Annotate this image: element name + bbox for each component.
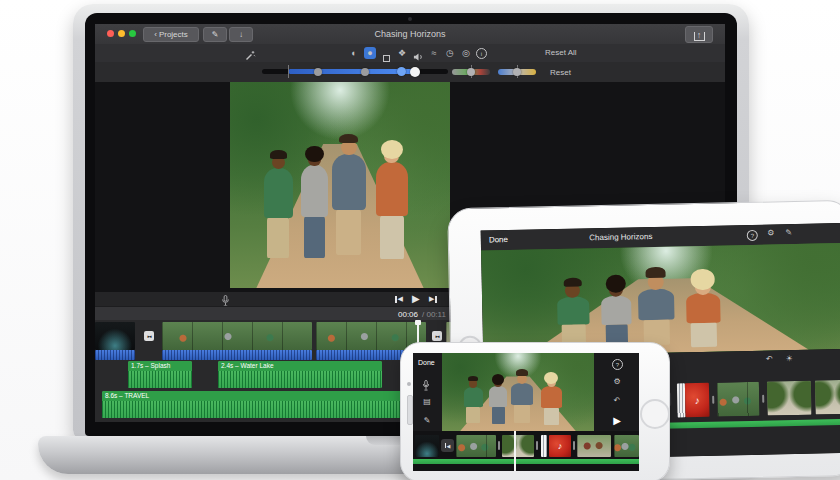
speaker-icon bbox=[413, 52, 424, 62]
help-button[interactable]: ? bbox=[747, 230, 758, 241]
transition-badge-1[interactable]: ▸◂ bbox=[144, 331, 154, 341]
clip-filter-button[interactable]: ◎ bbox=[460, 47, 472, 59]
clip-divider-1[interactable] bbox=[712, 396, 714, 404]
person-figure-4 bbox=[685, 269, 722, 349]
shadows-slider-handle[interactable] bbox=[314, 68, 322, 76]
music-note-icon: ♪ bbox=[695, 395, 700, 406]
facetime-camera-dot bbox=[408, 17, 412, 21]
color-multislider-origin-tick bbox=[288, 65, 289, 78]
iphone-clip-ride[interactable] bbox=[577, 435, 611, 457]
appearance-button[interactable]: ☀ bbox=[783, 354, 795, 363]
iphone-playhead[interactable] bbox=[514, 431, 516, 471]
info-icon: i bbox=[476, 48, 487, 59]
video-clip-friends-1[interactable] bbox=[162, 322, 312, 350]
iphone-left-toolbar: Done ▤ ✎ bbox=[413, 353, 442, 431]
person-figure-2 bbox=[300, 146, 329, 282]
play-button[interactable]: ▶ bbox=[610, 415, 624, 426]
sound-effect-clip-splash[interactable]: 1.7s – Splash bbox=[128, 361, 192, 388]
sound-effect-clip-water-lake[interactable]: 2.4s – Water Lake bbox=[218, 361, 382, 388]
undo-button[interactable]: ↶ bbox=[610, 396, 624, 405]
done-button[interactable]: Done bbox=[418, 359, 435, 366]
chevron-left-icon: ‹ bbox=[154, 30, 157, 39]
share-button[interactable]: ↑ bbox=[685, 26, 713, 43]
ipad-music-track[interactable] bbox=[649, 419, 840, 429]
highlights-slider-handle[interactable] bbox=[410, 67, 420, 77]
audio-waveform-cave bbox=[95, 350, 135, 360]
play-icon: ▶ bbox=[412, 293, 420, 304]
ipad-clip-road-2[interactable] bbox=[815, 380, 840, 415]
person-figure-3 bbox=[637, 267, 676, 350]
next-frame-icon: ▶ bbox=[429, 295, 434, 303]
iphone-clip-friends-2[interactable] bbox=[614, 435, 639, 457]
midtones-slider-handle[interactable] bbox=[361, 68, 369, 76]
iphone-music-track[interactable] bbox=[413, 459, 639, 464]
brightness-slider-handle[interactable] bbox=[397, 67, 406, 76]
back-to-projects-button[interactable]: ‹ Projects bbox=[143, 27, 199, 42]
color-balance-button[interactable]: ◐ bbox=[348, 47, 360, 59]
clip-divider-2[interactable] bbox=[536, 441, 538, 450]
time-current: 00:06 bbox=[398, 310, 418, 319]
reset-all-button[interactable]: Reset All bbox=[545, 48, 577, 57]
green-waveform bbox=[218, 371, 382, 388]
edit-tools-button[interactable]: ✎ bbox=[203, 27, 227, 42]
clip-divider-1[interactable] bbox=[498, 441, 500, 450]
download-button[interactable]: ↓ bbox=[229, 27, 253, 42]
magic-wand-icon bbox=[245, 50, 256, 61]
media-browser-button[interactable]: ▤ bbox=[420, 397, 434, 406]
speed-button[interactable]: ◷ bbox=[444, 47, 456, 59]
microphone-icon bbox=[422, 380, 430, 391]
help-icon: ? bbox=[747, 230, 758, 241]
noise-reduction-button[interactable]: ≈ bbox=[428, 47, 440, 59]
edit-pencil-icon: ✎ bbox=[212, 30, 219, 39]
person-figure-4 bbox=[375, 140, 408, 282]
video-clip-cave[interactable] bbox=[95, 322, 135, 350]
ipad-clip-friends[interactable] bbox=[717, 382, 760, 417]
projects-label: Projects bbox=[159, 30, 188, 39]
share-icon: ↑ bbox=[694, 32, 705, 41]
clip-divider-3[interactable] bbox=[573, 441, 575, 450]
project-title: Chasing Horizons bbox=[295, 29, 525, 39]
done-button[interactable]: Done bbox=[489, 235, 508, 244]
audio-clip-edge[interactable] bbox=[541, 435, 547, 457]
reset-button[interactable]: Reset bbox=[550, 68, 571, 77]
album-art-clip[interactable]: ♪ bbox=[549, 435, 571, 457]
settings-button[interactable]: ⚙ bbox=[765, 228, 777, 237]
hero-canvas: ‹ Projects ✎ ↓ Chasing Horizons ↑ ◐ bbox=[0, 0, 840, 480]
color-correction-button-selected[interactable]: ● bbox=[364, 47, 376, 59]
skip-to-start-button[interactable]: ◀ bbox=[441, 439, 454, 452]
iphone-clip-road[interactable] bbox=[502, 435, 534, 457]
time-total: / 00:11 bbox=[422, 310, 446, 319]
previous-frame-button[interactable]: ◀ bbox=[395, 295, 403, 303]
ipad-viewer-photo bbox=[481, 243, 840, 357]
help-button[interactable]: ? bbox=[612, 359, 623, 370]
close-window-button[interactable] bbox=[107, 30, 114, 37]
settings-button[interactable]: ⚙ bbox=[610, 377, 624, 386]
person-figure-1 bbox=[263, 150, 294, 282]
temperature-slider-handle[interactable] bbox=[513, 68, 521, 76]
transition-badge-2[interactable]: ▸◂ bbox=[432, 331, 442, 341]
project-settings-button[interactable]: ✎ bbox=[420, 416, 434, 425]
iphone-right-toolbar: ? ⚙ ↶ ▶ bbox=[594, 353, 639, 431]
stabilization-button[interactable]: ❖ bbox=[396, 47, 408, 59]
color-board: Reset bbox=[95, 62, 725, 83]
play-button[interactable]: ▶ bbox=[412, 293, 420, 304]
color-multislider-fill bbox=[288, 69, 415, 74]
album-art-clip[interactable]: ♪ bbox=[685, 383, 710, 417]
voiceover-mic-button[interactable] bbox=[422, 377, 430, 395]
project-settings-button[interactable]: ✎ bbox=[783, 228, 795, 237]
ipad-clip-road[interactable] bbox=[767, 381, 812, 416]
download-arrow-icon: ↓ bbox=[239, 30, 243, 39]
iphone-clip-dark[interactable] bbox=[415, 435, 439, 457]
person-figure-2 bbox=[489, 374, 507, 429]
minimize-window-button[interactable] bbox=[118, 30, 125, 37]
person-figure-2 bbox=[600, 274, 633, 351]
next-frame-button[interactable]: ▶ bbox=[429, 295, 437, 303]
iphone-clip-friends[interactable] bbox=[456, 435, 496, 457]
zoom-window-button[interactable] bbox=[129, 30, 136, 37]
green-waveform bbox=[128, 371, 192, 388]
iphone-home-button[interactable] bbox=[640, 399, 670, 429]
clip-divider-2[interactable] bbox=[762, 395, 764, 403]
info-button[interactable]: i bbox=[476, 48, 487, 59]
undo-button[interactable]: ↶ bbox=[763, 354, 775, 363]
saturation-slider-handle[interactable] bbox=[467, 68, 475, 76]
